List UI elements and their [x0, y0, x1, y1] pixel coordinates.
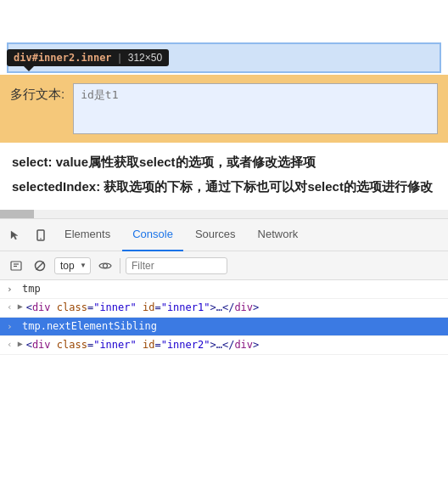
select-description: select: value属性获取select的选项，或者修改选择项 — [12, 153, 436, 172]
tooltip-size: 312×50 — [128, 52, 162, 64]
horizontal-scrollbar[interactable] — [0, 210, 448, 218]
devtools-panel: Elements Console Sources Network — [0, 218, 448, 355]
tab-sources[interactable]: Sources — [185, 219, 246, 251]
console-line-3: › tmp.nextElementSibling — [0, 318, 448, 336]
context-selector-wrap: top — [54, 257, 91, 274]
tab-network[interactable]: Network — [248, 219, 309, 251]
context-selector[interactable]: top — [54, 257, 91, 274]
devtools-toolbar: top — [0, 251, 448, 280]
svg-point-1 — [40, 238, 42, 239]
element-tooltip: div#inner2.inner | 312×50 — [7, 49, 169, 66]
block-icon[interactable] — [31, 256, 49, 275]
mobile-icon-btn[interactable] — [29, 223, 53, 247]
eye-icon[interactable] — [96, 256, 115, 275]
devtools-tabs-bar: Elements Console Sources Network — [0, 219, 448, 251]
console-cmd-1: tmp — [22, 283, 441, 295]
console-output: › tmp ‹ ▶ <div class="inner" id="inner1"… — [0, 280, 448, 355]
orange-section: 多行文本: — [0, 75, 448, 143]
input-arrow-1: › — [7, 283, 17, 295]
console-line-4: ‹ ▶ <div class="inner" id="inner2">…</di… — [0, 336, 448, 355]
input-arrow-3: › — [7, 320, 17, 332]
cursor-icon-btn[interactable] — [3, 223, 27, 247]
cursor-icon — [9, 229, 21, 241]
multiline-label: 多行文本: — [10, 83, 64, 103]
expand-triangle-2[interactable]: ▶ — [18, 339, 23, 348]
svg-line-6 — [36, 262, 44, 269]
tab-elements[interactable]: Elements — [54, 219, 120, 251]
output-indicator-2: ‹ — [7, 339, 13, 350]
tooltip-divider: | — [119, 52, 121, 64]
tooltip-arrow — [24, 66, 34, 71]
page-content: div#inner2.inner | 312×50 er1 多行文本: sele… — [0, 42, 448, 218]
console-output-1: <div class="inner" id="inner1">…</div> — [26, 301, 260, 313]
clear-console-icon[interactable] — [7, 256, 25, 275]
scrollbar-thumb[interactable] — [0, 210, 34, 218]
console-line-2: ‹ ▶ <div class="inner" id="inner1">…</di… — [0, 299, 448, 318]
toolbar-separator — [120, 258, 120, 273]
svg-point-7 — [104, 263, 108, 268]
selectedindex-description: selectedIndex: 获取选项的下标，通过下标也可以对select的选项… — [12, 177, 436, 197]
console-cmd-3: tmp.nextElementSibling — [22, 320, 441, 332]
output-indicator-1: ‹ — [7, 301, 13, 313]
tab-console[interactable]: Console — [122, 219, 183, 251]
multiline-textarea[interactable] — [73, 83, 438, 134]
expand-triangle-1[interactable]: ▶ — [18, 301, 23, 311]
mobile-icon — [35, 229, 47, 241]
filter-input[interactable] — [126, 257, 227, 274]
console-line-1: › tmp — [0, 280, 448, 299]
tooltip-tag: div#inner2.inner — [14, 52, 112, 64]
text-section: select: value属性获取select的选项，或者修改选择项 selec… — [0, 143, 448, 203]
console-output-2: <div class="inner" id="inner2">…</div> — [26, 339, 260, 351]
